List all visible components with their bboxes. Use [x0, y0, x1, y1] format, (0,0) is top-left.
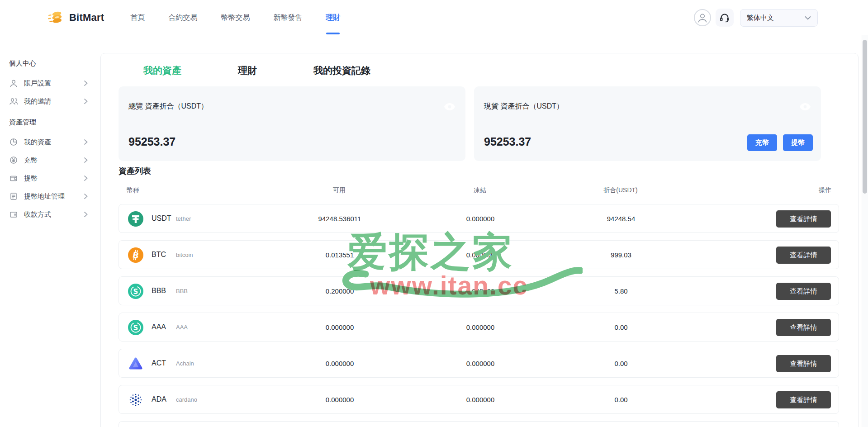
language-label: 繁体中文: [747, 14, 774, 22]
chevron-right-icon: [84, 211, 88, 218]
overview-total-value: 95253.37: [128, 135, 175, 148]
tab-my-assets[interactable]: 我的資產: [143, 64, 181, 77]
sidebar: 個人中心 賬戶設置 我的邀請 資產管理 我的資產: [0, 35, 100, 427]
spot-card-actions: 充幣 提幣: [747, 134, 813, 151]
eye-icon[interactable]: [799, 103, 811, 111]
sidebar-section-personal: 個人中心: [9, 58, 100, 69]
asset-rows: USDT tether 94248.536011 0.000000 94248.…: [119, 204, 839, 427]
chevron-right-icon: [84, 193, 88, 199]
available-value: 0.013551: [326, 251, 354, 259]
chevron-down-icon: [805, 16, 811, 20]
sidebar-section-assets: 資產管理: [9, 117, 100, 128]
scrollbar: [862, 35, 868, 427]
language-selector[interactable]: 繁体中文: [740, 9, 818, 27]
usdt-value: 0.00: [614, 323, 627, 331]
pie-icon: [9, 138, 18, 147]
header-action: 操作: [819, 186, 831, 195]
coin-name: cardano: [176, 396, 197, 403]
user-icon: [9, 79, 18, 88]
nav-item-home[interactable]: 首頁: [130, 0, 145, 35]
usdt-value: 0.00: [614, 360, 627, 367]
chevron-right-icon: [84, 175, 88, 181]
view-details-button[interactable]: 查看詳情: [776, 355, 831, 372]
table-row: B BTC bitcoin 0.013551 0.000000 999.03 查…: [119, 240, 839, 269]
spot-total-value: 95253.37: [484, 135, 531, 148]
sidebar-item-payment-methods[interactable]: 收款方式: [9, 205, 100, 223]
brand[interactable]: BitMart: [47, 9, 104, 26]
view-details-button[interactable]: 查看詳情: [776, 283, 831, 300]
coin-name: Achain: [176, 360, 194, 367]
deposit-button[interactable]: 充幣: [747, 134, 777, 151]
frozen-value: 0.000000: [466, 360, 495, 367]
coin-name: bitcoin: [176, 251, 193, 258]
header-available: 可用: [333, 186, 346, 195]
tab-finance[interactable]: 理財: [238, 64, 257, 77]
table-row: S AAA AAA 0.000000 0.000000 0.00 查看詳情: [119, 313, 839, 342]
svg-text:S: S: [133, 288, 138, 296]
user-avatar-icon: [697, 12, 708, 24]
nav-item-finance[interactable]: 理財: [326, 0, 340, 35]
tab-my-investment-records[interactable]: 我的投資記錄: [313, 64, 370, 77]
bitmart-logo-icon: [47, 9, 65, 26]
view-details-button[interactable]: 查看詳情: [776, 210, 831, 228]
spot-card: 現貨 資產折合（USDT） 95253.37 充幣 提幣: [474, 86, 821, 161]
coin-name: tether: [176, 215, 191, 222]
nav-links: 首頁 合約交易 幣幣交易 新幣發售 理財: [130, 0, 364, 35]
view-details-button[interactable]: 查看詳情: [776, 247, 831, 264]
coin-symbol: ADA: [152, 395, 166, 403]
view-details-button[interactable]: 查看詳情: [776, 391, 831, 408]
coin-icon: [9, 156, 18, 165]
nav-item-new-coin[interactable]: 新幣發售: [273, 0, 302, 35]
available-value: 0.200000: [326, 287, 354, 295]
scrollbar-thumb[interactable]: [863, 40, 867, 194]
eye-icon[interactable]: [444, 103, 455, 111]
navbar-right: 繁体中文: [694, 0, 818, 35]
wallet-icon: [9, 174, 18, 183]
coin-symbol: ACT: [152, 359, 166, 367]
avatar[interactable]: [694, 9, 711, 26]
coin-symbol: USDT: [152, 214, 171, 223]
scoin-coin-icon: S: [128, 284, 143, 299]
table-row: ADA cardano 0.000000 0.000000 0.00 查看詳情: [119, 385, 839, 414]
coin-name: AAA: [176, 324, 188, 331]
available-value: 0.000000: [326, 396, 354, 403]
usdt-value: 94248.54: [607, 215, 636, 223]
frozen-value: 0.000000: [466, 287, 495, 295]
nav-item-spot-trade[interactable]: 幣幣交易: [221, 0, 250, 35]
frozen-value: 0.000000: [466, 215, 495, 223]
sidebar-item-withdraw[interactable]: 提幣: [9, 169, 100, 187]
sidebar-item-my-invites[interactable]: 我的邀請: [9, 92, 100, 110]
nav-item-contract-trade[interactable]: 合約交易: [168, 0, 197, 35]
frozen-value: 0.000000: [466, 323, 495, 331]
address-icon: [9, 192, 18, 201]
header-frozen: 凍結: [474, 186, 486, 195]
usdt-value: 5.80: [614, 287, 627, 295]
overview-card-title: 總覽 資產折合（USDT）: [128, 102, 208, 111]
summary-cards: 總覽 資產折合（USDT） 95253.37 現貨 資產折合（USDT） 952…: [119, 86, 821, 161]
chevron-right-icon: [84, 80, 88, 86]
sidebar-item-my-assets[interactable]: 我的資產: [9, 133, 100, 151]
scoin-coin-icon: S: [128, 320, 143, 335]
sidebar-item-account-settings[interactable]: 賬戶設置: [9, 74, 100, 92]
withdraw-button[interactable]: 提幣: [783, 134, 813, 151]
chevron-right-icon: [84, 139, 88, 145]
usdt-coin-icon: [128, 211, 143, 227]
brand-name: BitMart: [69, 12, 104, 24]
customer-service-button[interactable]: [716, 9, 734, 27]
sidebar-item-deposit[interactable]: 充幣: [9, 151, 100, 169]
usdt-value: 999.03: [611, 251, 631, 259]
header-currency: 幣種: [127, 186, 139, 195]
users-icon: [9, 97, 18, 106]
frozen-value: 0.000000: [466, 396, 495, 403]
overview-card: 總覽 資產折合（USDT） 95253.37: [119, 86, 465, 161]
act-coin-icon: [128, 356, 143, 371]
sidebar-item-withdraw-address[interactable]: 提幣地址管理: [9, 187, 100, 205]
header-usdt-value: 折合(USDT): [603, 186, 637, 195]
chevron-right-icon: [84, 98, 88, 104]
bitmart-app: BitMart 首頁 合約交易 幣幣交易 新幣發售 理財: [0, 0, 868, 427]
usdt-value: 0.00: [614, 396, 627, 403]
svg-text:S: S: [133, 324, 138, 332]
payment-icon: [9, 210, 18, 219]
ada-coin-icon: [128, 392, 143, 408]
view-details-button[interactable]: 查看詳情: [776, 319, 831, 336]
